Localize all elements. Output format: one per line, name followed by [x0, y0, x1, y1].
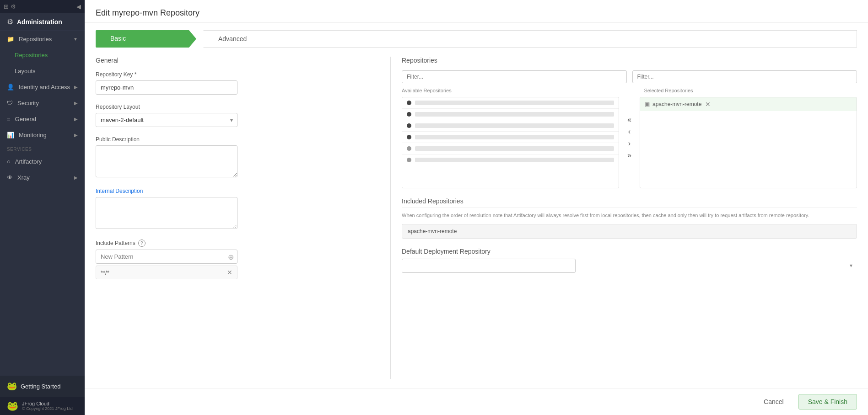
add-pattern-button[interactable]: ⊕ — [228, 252, 234, 261]
sidebar-item-layouts-label: Layouts — [15, 68, 36, 74]
repo-name-blurred — [415, 112, 614, 117]
chevron-right-icon-xray: ▶ — [74, 175, 78, 180]
repo-dot — [407, 123, 411, 128]
sidebar-item-general[interactable]: ≡ General ▶ — [0, 111, 85, 127]
selected-repos-header: Selected Repositories — [644, 88, 857, 95]
sidebar-item-artifactory-label: Artifactory — [15, 158, 42, 165]
move-all-left-button[interactable]: « — [625, 115, 634, 124]
repo-key-label: Repository Key * — [96, 71, 379, 78]
default-deployment-section: Default Deployment Repository ▾ — [402, 248, 857, 273]
default-deployment-select[interactable] — [402, 259, 576, 273]
include-patterns-group: Include Patterns ? ⊕ **/* ✕ — [96, 239, 379, 279]
available-repos-header: Available Repositories — [402, 88, 615, 95]
list-item — [402, 120, 619, 132]
selected-repo-name: apache-mvn-remote — [652, 101, 701, 107]
sidebar-item-repositories-sub-label: Repositories — [15, 52, 48, 59]
sidebar-item-repositories-sub[interactable]: Repositories — [0, 47, 85, 63]
controls-spacer — [620, 88, 639, 95]
tabs-row: Basic Advanced — [96, 30, 857, 48]
sidebar-item-artifactory[interactable]: ○ Artifactory — [0, 154, 85, 170]
included-repos-title: Included Repositories — [402, 197, 857, 208]
repo-name-blurred — [415, 146, 614, 151]
sidebar-item-general-label: General — [15, 116, 36, 122]
general-section-title: General — [96, 57, 379, 64]
getting-started-button[interactable]: 🐸 Getting Started — [0, 376, 85, 397]
repo-layout-select[interactable]: maven-2-default ivy-default gradle-defau… — [96, 113, 237, 127]
chevron-right-icon-monitoring: ▶ — [74, 133, 78, 138]
repo-name-blurred — [415, 135, 614, 139]
repo-layout-select-wrap: maven-2-default ivy-default gradle-defau… — [96, 113, 237, 127]
jfrog-copyright: © Copyright 2021 JFrog Ltd — [22, 406, 73, 411]
move-left-button[interactable]: ‹ — [625, 127, 633, 136]
repo-dot — [407, 101, 411, 105]
repo-layout-group: Repository Layout maven-2-default ivy-de… — [96, 104, 379, 127]
getting-started-label: Getting Started — [21, 383, 60, 390]
selected-repo-item: ▣ apache-mvn-remote ✕ — [640, 97, 857, 111]
collapse-icon[interactable]: ◀ — [76, 3, 81, 10]
internal-desc-label: Internal Description — [96, 188, 379, 194]
xray-icon: 👁 — [7, 174, 13, 181]
repo-key-input[interactable] — [96, 80, 237, 95]
list-item — [402, 109, 619, 120]
repo-layout-label: Repository Layout — [96, 104, 379, 110]
new-pattern-input[interactable] — [96, 250, 237, 264]
public-desc-input[interactable] — [96, 145, 237, 177]
identity-icon: 👤 — [7, 84, 14, 90]
frog-icon: 🐸 — [7, 381, 17, 391]
repo-key-group: Repository Key * — [96, 71, 379, 95]
sidebar-item-xray[interactable]: 👁 Xray ▶ — [0, 170, 85, 186]
sidebar-header: ⚙ Administration — [0, 13, 85, 31]
monitoring-icon: 📊 — [7, 132, 14, 138]
available-repos-label: Available Repositories — [402, 88, 615, 93]
repo-name-blurred — [415, 123, 614, 128]
repos-column-headers: Available Repositories Selected Reposito… — [402, 88, 857, 95]
general-icon: ≡ — [7, 116, 11, 122]
repo-name-blurred — [415, 101, 614, 105]
internal-desc-input[interactable] — [96, 197, 237, 229]
repos-transfer-controls: « ‹ › » — [625, 97, 634, 160]
tab-advanced[interactable]: Advanced — [196, 30, 857, 48]
artifactory-icon: ○ — [7, 158, 11, 165]
move-right-button[interactable]: › — [625, 139, 633, 148]
help-icon[interactable]: ? — [138, 239, 146, 247]
remove-pattern-button[interactable]: ✕ — [227, 269, 232, 276]
sidebar-item-repositories-label: Repositories — [19, 36, 52, 43]
apps-icon[interactable]: ⊞ — [4, 3, 9, 10]
internal-desc-group: Internal Description — [96, 188, 379, 230]
chevron-right-icon-security: ▶ — [74, 101, 78, 106]
included-repos-section: Included Repositories When configuring t… — [402, 197, 857, 239]
chevron-right-icon-general: ▶ — [74, 117, 78, 122]
sidebar-title: Administration — [17, 18, 62, 26]
panel-divider — [390, 57, 391, 379]
page-header: Edit myrepo-mvn Repository — [85, 0, 868, 23]
save-finish-button[interactable]: Save & Finish — [798, 394, 857, 410]
chevron-down-icon: ▼ — [73, 37, 78, 42]
gear-icon[interactable]: ⚙ — [11, 3, 16, 10]
right-panel: Repositories Available Repositories Sele… — [402, 57, 857, 379]
repositories-section-title: Repositories — [402, 57, 857, 64]
sidebar-item-identity-access[interactable]: 👤 Identity and Access ▶ — [0, 79, 85, 95]
available-repos-filter[interactable] — [402, 70, 627, 83]
sidebar-item-security-label: Security — [17, 100, 39, 106]
selected-repos-filter[interactable] — [632, 70, 857, 83]
top-icon-bar: ⊞ ⚙ ◀ — [0, 0, 85, 13]
list-item — [402, 154, 619, 165]
repo-name-blurred — [415, 158, 614, 162]
sidebar-item-layouts[interactable]: Layouts — [0, 63, 85, 79]
remove-selected-repo-button[interactable]: ✕ — [705, 101, 711, 108]
available-repos-list-wrap — [402, 97, 619, 188]
sidebar-item-monitoring[interactable]: 📊 Monitoring ▶ — [0, 127, 85, 143]
chevron-right-icon: ▶ — [74, 85, 78, 90]
list-item — [402, 97, 619, 109]
main-content: Edit myrepo-mvn Repository Basic Advance… — [85, 0, 868, 415]
repo-dot — [407, 146, 411, 151]
sidebar-item-security[interactable]: 🛡 Security ▶ — [0, 95, 85, 111]
cancel-button[interactable]: Cancel — [755, 394, 793, 410]
sidebar-item-repositories[interactable]: 📁 Repositories ▼ — [0, 31, 85, 47]
tab-basic[interactable]: Basic — [96, 30, 196, 48]
include-patterns-label: Include Patterns — [96, 240, 135, 246]
move-all-right-button[interactable]: » — [625, 151, 634, 160]
jfrog-brand: JFrog Cloud — [22, 401, 73, 406]
public-desc-group: Public Description — [96, 136, 379, 179]
pattern-tag-item: **/* ✕ — [96, 266, 237, 279]
